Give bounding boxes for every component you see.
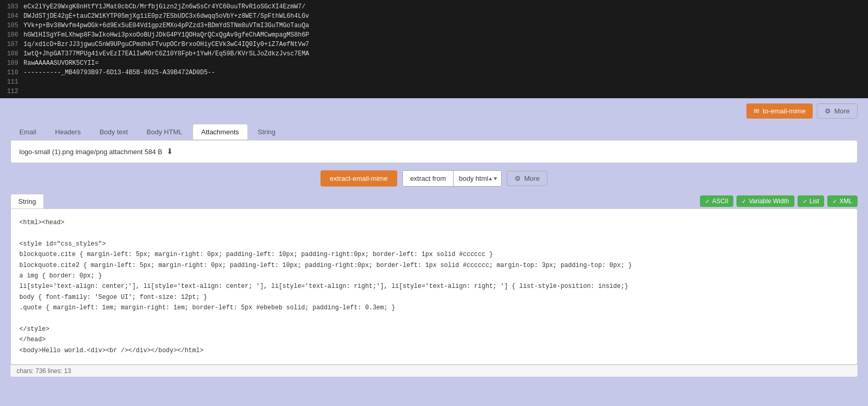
option-label: ASCII — [712, 198, 728, 205]
attachment-size: 584 B — [145, 148, 162, 156]
more-label-top: More — [834, 107, 850, 115]
string-code-content[interactable]: <html><head> <style id="css_styles"> blo… — [10, 208, 858, 365]
attachment-mimetype: image/png — [76, 148, 108, 156]
string-header: String ✓ASCII✓Variable Width✓List✓XML — [10, 194, 858, 208]
to-email-mime-button[interactable]: ✉ to-email-mime — [746, 103, 813, 119]
tab-attachments[interactable]: Attachments — [193, 124, 248, 140]
line-content: hGW1HISgYFmLXhwp8F3wIkoHwi3pxoOoBUjJDkG4… — [23, 30, 309, 40]
string-options: ✓ASCII✓Variable Width✓List✓XML — [700, 195, 858, 207]
line-content: RawAAAAASUVORK5CYII= — [23, 59, 99, 68]
check-icon: ✓ — [833, 198, 837, 205]
code-line: 109RawAAAAASUVORK5CYII= — [0, 59, 868, 68]
code-line: 105YVk+p+Bv38Wvfm4pwOGk+6d9ExSuE04Vd1gpz… — [0, 21, 868, 30]
attachment-filename: logo-small (1).png image/png attachment … — [19, 148, 162, 156]
line-number: 106 — [0, 30, 23, 40]
tab-headers[interactable]: Headers — [46, 124, 90, 140]
more-label-mid: More — [524, 175, 540, 182]
code-line: 111 — [0, 77, 868, 87]
check-icon: ✓ — [742, 198, 746, 205]
extract-label: extract-email-mime — [330, 175, 388, 182]
code-line: 106hGW1HISgYFmLXhwp8F3wIkoHwi3pxoOoBUjJD… — [0, 30, 868, 40]
line-number: 103 — [0, 2, 23, 11]
line-number: 111 — [0, 77, 23, 87]
line-content: YVk+p+Bv38Wvfm4pwOGk+6d9ExSuE04Vd1gpzEMX… — [23, 21, 309, 30]
line-number: 108 — [0, 49, 23, 59]
option-list[interactable]: ✓List — [798, 195, 825, 207]
download-icon[interactable]: ⬇ — [167, 147, 173, 156]
code-line: 110----------_MB40793B97-6D13-4B5B-8925-… — [0, 68, 868, 77]
extract-from-group: extract from body html body text headers… — [402, 170, 502, 187]
option-ascii[interactable]: ✓ASCII — [700, 195, 733, 207]
code-line: 1071q/xd1cD+BzrJJ3jgwuC5nW9UPguCPmdhkFTv… — [0, 40, 868, 49]
gear-icon-mid: ⚙ — [515, 175, 521, 182]
code-line: 104DWJdSTjDE42gE+tauC2W1KYTP05mjXg1iE0pz… — [0, 11, 868, 21]
line-content: eCx2lYyE29WxgK8nHtfY1JMat0cbCb/MrfbjGizn… — [23, 2, 305, 11]
tab-string[interactable]: String — [249, 124, 284, 140]
line-number: 110 — [0, 68, 23, 77]
string-section: String ✓ASCII✓Variable Width✓List✓XML <h… — [10, 194, 858, 377]
tab-email[interactable]: Email — [10, 124, 45, 140]
tab-body-html[interactable]: Body HTML — [138, 124, 192, 140]
code-line: 103eCx2lYyE29WxgK8nHtfY1JMat0cbCb/MrfbjG… — [0, 2, 868, 11]
email-icon: ✉ — [754, 107, 759, 115]
more-button-mid[interactable]: ⚙ More — [507, 171, 548, 186]
line-number: 112 — [0, 87, 23, 96]
line-content: ----------_MB40793B97-6D13-4B5B-8925-A39… — [23, 68, 215, 77]
check-icon: ✓ — [705, 198, 710, 205]
line-number: 104 — [0, 11, 23, 21]
option-xml[interactable]: ✓XML — [827, 195, 858, 207]
option-label: Variable Width — [748, 198, 789, 205]
tabs-bar: EmailHeadersBody textBody HTMLAttachment… — [0, 124, 868, 140]
extract-email-mime-button[interactable]: extract-email-mime — [320, 170, 397, 187]
extract-from-select-wrap[interactable]: body html body text headers ▲▼ — [454, 171, 501, 186]
code-line: 1081wtQ+JhpGAT377MPUg41vEvEzI7EAlIwMOrC6… — [0, 49, 868, 59]
check-icon: ✓ — [803, 198, 807, 205]
option-label: XML — [839, 198, 852, 205]
to-email-mime-label: to-email-mime — [763, 107, 805, 115]
code-block-top: 103eCx2lYyE29WxgK8nHtfY1JMat0cbCb/MrfbjG… — [0, 0, 868, 98]
action-bar-top: ✉ to-email-mime ⚙ More — [0, 98, 868, 124]
extract-from-label: extract from — [403, 171, 454, 186]
line-number: 105 — [0, 21, 23, 30]
extract-from-select[interactable]: body html body text headers — [454, 171, 501, 186]
option-variable-width[interactable]: ✓Variable Width — [736, 195, 794, 207]
line-content: 1wtQ+JhpGAT377MPUg41vEvEzI7EAlIwMOrC6Z10… — [23, 49, 309, 59]
attachment-panel: logo-small (1).png image/png attachment … — [10, 140, 858, 163]
gear-icon-top: ⚙ — [825, 107, 831, 115]
line-number: 107 — [0, 40, 23, 49]
line-content: 1q/xd1cD+BzrJJ3jgwuC5nW9UPguCPmdhkFTvupO… — [23, 40, 309, 49]
action-bar-mid: extract-email-mime extract from body htm… — [0, 163, 868, 194]
line-content: DWJdSTjDE42gE+tauC2W1KYTP05mjXg1iE0pz7ES… — [23, 11, 309, 21]
string-tab-label: String — [10, 194, 44, 208]
code-footer: chars: 736 lines: 13 — [10, 365, 858, 377]
code-line: 112 — [0, 87, 868, 96]
line-number: 109 — [0, 59, 23, 68]
attachment-type: attachment — [109, 148, 142, 156]
more-button-top[interactable]: ⚙ More — [817, 103, 858, 119]
tab-body-text[interactable]: Body text — [91, 124, 137, 140]
attachment-filename-text: logo-small (1).png — [19, 148, 74, 156]
option-label: List — [810, 198, 819, 205]
